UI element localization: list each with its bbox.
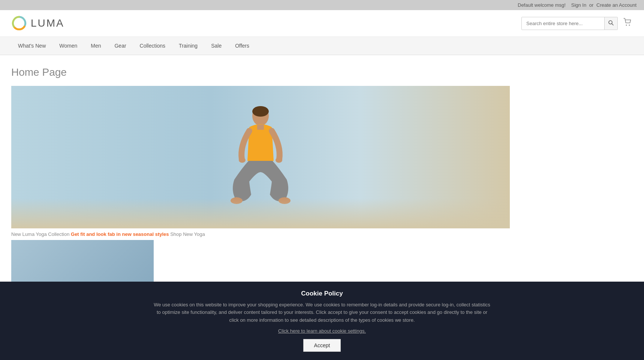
nav-link-men[interactable]: Men xyxy=(84,37,108,55)
nav-link-women[interactable]: Women xyxy=(52,37,84,55)
search-button[interactable] xyxy=(604,17,617,30)
nav-link-training[interactable]: Training xyxy=(172,37,204,55)
logo-icon xyxy=(11,15,27,31)
svg-point-9 xyxy=(276,158,282,163)
hero-container: New Luma Yoga Collection Get fit and loo… xyxy=(11,86,510,285)
nav-link-sale[interactable]: Sale xyxy=(204,37,228,55)
header-right xyxy=(521,17,633,30)
search-input[interactable] xyxy=(522,18,604,29)
header: LUMA xyxy=(0,10,644,37)
nav-item-sale: Sale xyxy=(204,37,228,55)
nav-item-gear: Gear xyxy=(108,37,133,55)
cart-svg-icon xyxy=(622,17,633,27)
or-separator: or xyxy=(589,2,594,8)
search-icon xyxy=(608,20,614,26)
nav-item-men: Men xyxy=(84,37,108,55)
caption-shop-link[interactable]: Shop New Yoga xyxy=(170,231,205,237)
nav-list: What's New Women Men Gear Collections Tr… xyxy=(11,37,633,55)
create-account-link[interactable]: Create an Account xyxy=(596,2,637,8)
svg-point-7 xyxy=(254,106,267,114)
nav-bar: What's New Women Men Gear Collections Tr… xyxy=(0,37,644,55)
second-image xyxy=(11,240,154,285)
search-wrapper xyxy=(521,17,618,30)
top-bar: Default welcome msg! Sign In or Create a… xyxy=(0,0,644,10)
svg-line-2 xyxy=(612,24,613,25)
nav-item-training: Training xyxy=(172,37,204,55)
hero-image xyxy=(11,86,510,228)
main-content: Home Page xyxy=(0,55,644,285)
nav-link-gear[interactable]: Gear xyxy=(108,37,133,55)
cookie-banner: Cookie Policy We use cookies on this web… xyxy=(0,282,644,285)
sign-in-link[interactable]: Sign In xyxy=(571,2,586,8)
second-row xyxy=(11,240,510,285)
logo-area: LUMA xyxy=(11,15,64,31)
cart-icon[interactable] xyxy=(622,17,633,30)
nav-link-offers[interactable]: Offers xyxy=(228,37,256,55)
nav-item-offers: Offers xyxy=(228,37,256,55)
svg-point-4 xyxy=(629,25,630,26)
nav-item-collections: Collections xyxy=(133,37,172,55)
svg-point-3 xyxy=(626,25,627,26)
logo-text[interactable]: LUMA xyxy=(31,17,64,29)
caption-highlight: Get fit and look fab in new seasonal sty… xyxy=(71,231,169,237)
page-title: Home Page xyxy=(11,66,633,78)
svg-rect-12 xyxy=(257,124,264,130)
caption-prefix: New Luma Yoga Collection xyxy=(11,231,69,237)
welcome-message: Default welcome msg! xyxy=(518,2,566,8)
svg-point-8 xyxy=(239,158,246,163)
nav-link-whats-new[interactable]: What's New xyxy=(11,37,52,55)
hero-caption: New Luma Yoga Collection Get fit and loo… xyxy=(11,228,510,240)
nav-item-whats-new: What's New xyxy=(11,37,52,55)
nav-link-collections[interactable]: Collections xyxy=(133,37,172,55)
nav-item-women: Women xyxy=(52,37,84,55)
